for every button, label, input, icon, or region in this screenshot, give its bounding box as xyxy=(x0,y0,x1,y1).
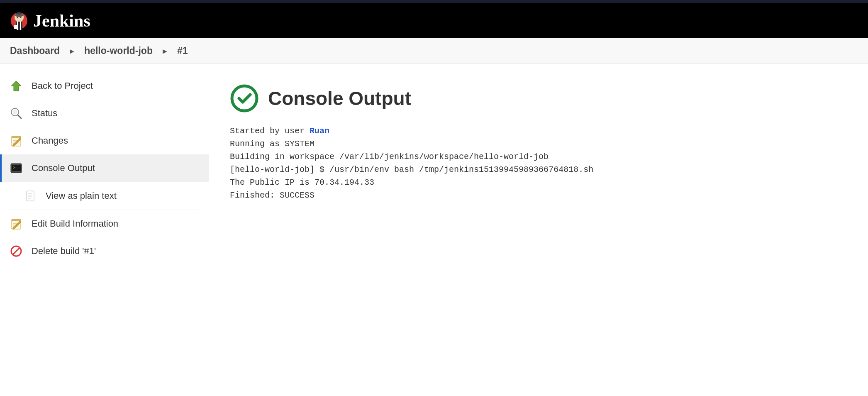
sidebar-changes[interactable]: Changes xyxy=(0,127,209,154)
up-arrow-icon xyxy=(10,80,22,92)
notepad-icon xyxy=(10,134,22,147)
svg-text:>_: >_ xyxy=(13,165,18,170)
console-line: [hello-world-job] $ /usr/bin/env bash /t… xyxy=(230,165,593,174)
sidebar-console-output[interactable]: >_ Console Output xyxy=(0,154,209,182)
app-name: Jenkins xyxy=(33,11,90,31)
sidebar-delete-build[interactable]: Delete build '#1' xyxy=(0,237,209,265)
top-banner xyxy=(0,0,868,3)
breadcrumb-build[interactable]: #1 xyxy=(177,45,188,56)
notepad-icon xyxy=(10,218,22,230)
svg-point-3 xyxy=(16,12,22,15)
svg-point-5 xyxy=(20,17,22,18)
breadcrumb-job[interactable]: hello-world-job xyxy=(84,45,153,56)
console-line: Building in workspace /var/lib/jenkins/w… xyxy=(230,152,549,161)
sidebar-item-label: View as plain text xyxy=(46,191,117,201)
success-check-icon xyxy=(230,84,259,113)
svg-rect-14 xyxy=(12,136,21,138)
svg-rect-21 xyxy=(27,191,34,201)
sidebar-item-label: Edit Build Information xyxy=(32,218,118,229)
sidebar-edit-build-information[interactable]: Edit Build Information xyxy=(0,210,209,237)
document-icon xyxy=(24,190,37,202)
sidebar-item-label: Back to Project xyxy=(32,81,93,91)
sidebar-item-label: Status xyxy=(32,108,57,119)
sidebar-status[interactable]: Status xyxy=(0,100,209,127)
sidebar: Back to Project Status xyxy=(0,64,209,265)
breadcrumb-dashboard[interactable]: Dashboard xyxy=(10,45,60,56)
chevron-right-icon: ▶ xyxy=(70,48,74,54)
console-line: The Public IP is 70.34.194.33 xyxy=(230,178,374,187)
console-output: Started by user Ruan Running as SYSTEM B… xyxy=(230,125,847,202)
svg-point-33 xyxy=(232,86,257,111)
magnifier-icon xyxy=(10,107,22,120)
user-link[interactable]: Ruan xyxy=(310,126,329,136)
console-line: Running as SYSTEM xyxy=(230,139,315,149)
page-header: Console Output xyxy=(230,84,847,113)
header: Jenkins xyxy=(0,3,868,38)
console-line: Started by user Ruan xyxy=(230,126,329,136)
svg-line-32 xyxy=(13,248,20,254)
page-title: Console Output xyxy=(268,87,411,110)
jenkins-mascot-icon xyxy=(10,9,28,32)
sidebar-item-label: Delete build '#1' xyxy=(32,246,96,257)
terminal-icon: >_ xyxy=(10,162,22,174)
svg-point-11 xyxy=(12,110,17,115)
breadcrumb: Dashboard ▶ hello-world-job ▶ #1 xyxy=(0,38,868,64)
console-line: Finished: SUCCESS xyxy=(230,191,315,200)
sidebar-item-label: Console Output xyxy=(32,163,95,174)
sidebar-back-to-project[interactable]: Back to Project xyxy=(0,72,209,100)
svg-rect-9 xyxy=(14,25,17,29)
svg-rect-27 xyxy=(12,219,21,221)
sidebar-view-as-plain-text[interactable]: View as plain text xyxy=(0,182,209,210)
jenkins-logo[interactable]: Jenkins xyxy=(10,9,90,32)
sidebar-item-label: Changes xyxy=(32,135,68,146)
svg-line-12 xyxy=(18,115,21,118)
svg-point-4 xyxy=(17,17,18,18)
chevron-right-icon: ▶ xyxy=(163,48,167,54)
prohibit-icon xyxy=(10,245,22,257)
main: Console Output Started by user Ruan Runn… xyxy=(209,64,868,265)
content: Back to Project Status xyxy=(0,64,868,265)
svg-rect-8 xyxy=(20,22,21,30)
